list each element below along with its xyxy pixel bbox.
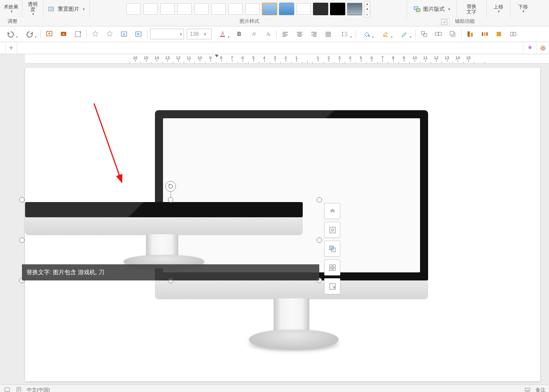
chevron-down-icon: ▾	[391, 35, 393, 39]
style-thumb[interactable]	[330, 3, 345, 15]
gear-icon[interactable]	[536, 42, 549, 54]
horizontal-ruler[interactable]: 1615141312111098765432112345678910111213…	[25, 54, 549, 64]
rotate-handle[interactable]	[165, 181, 176, 192]
from-beginning-button[interactable]	[58, 28, 69, 40]
bold-button[interactable]: B	[233, 28, 245, 40]
style-thumb[interactable]	[347, 3, 362, 15]
chevron-down-icon: ▾	[204, 32, 206, 36]
resize-handle-ne[interactable]	[317, 197, 322, 202]
selection-box[interactable]: 替换文字: 图片包含 游戏机, 刀	[21, 199, 320, 281]
magic-icon[interactable]	[523, 42, 536, 54]
font-color-button[interactable]: A▾	[214, 28, 231, 40]
style-thumb[interactable]	[177, 3, 192, 15]
svg-rect-3	[416, 9, 420, 12]
chevron-down-icon: ▾	[16, 35, 18, 39]
text-box-button[interactable]: A	[118, 28, 130, 40]
style-thumb[interactable]	[296, 3, 311, 15]
section-styles-text: 图片样式	[240, 18, 259, 24]
separator	[40, 30, 41, 39]
gallery-scroll-up[interactable]: ▴	[365, 1, 370, 6]
style-thumb[interactable]	[143, 3, 158, 15]
chevron-down-icon: ▾	[372, 35, 374, 39]
style-thumb[interactable]	[194, 3, 209, 15]
align-left-button[interactable]	[279, 28, 291, 40]
svg-text:A: A	[221, 31, 224, 36]
svg-point-16	[369, 35, 370, 37]
star-outline-button[interactable]	[90, 28, 101, 40]
undo-button[interactable]: ▾	[3, 28, 19, 40]
gallery-scroll-down[interactable]: ▾	[365, 6, 370, 12]
style-thumb[interactable]	[313, 3, 328, 15]
layout-grid-button[interactable]	[324, 259, 340, 276]
crop-expand-button[interactable]	[324, 278, 340, 294]
move-down-button[interactable]: 下移▾	[510, 0, 536, 18]
center-align-button[interactable]	[324, 222, 340, 238]
style-thumb[interactable]	[126, 3, 141, 15]
redo-button[interactable]: ▾	[21, 28, 38, 40]
floating-layout-toolbar	[324, 203, 340, 294]
separator	[147, 30, 147, 39]
reset-image-button[interactable]: 重置图片 ▾	[48, 5, 85, 13]
highlight-button[interactable]: ▾	[377, 28, 394, 40]
svg-rect-20	[435, 32, 438, 35]
align-objects-button[interactable]	[464, 28, 476, 40]
style-thumb-selected[interactable]	[262, 3, 277, 15]
shape-fill-button[interactable]: ▾	[359, 28, 375, 40]
style-thumb[interactable]	[228, 3, 243, 15]
chevron-down-icon: ▾	[498, 10, 500, 13]
image-layout-label: 图片版式	[423, 5, 445, 13]
gallery-expand[interactable]: ▿	[365, 12, 370, 17]
artistic-effects-button[interactable]: 术效果▾	[0, 0, 22, 18]
style-thumb[interactable]	[279, 3, 294, 15]
alt-text-button[interactable]: 替换 文字	[457, 0, 487, 18]
line-spacing-button[interactable]: ▾	[337, 28, 353, 40]
alt-text-overlay-label: 替换文字: 图片包含 游戏机, 刀	[26, 268, 104, 276]
align-justify-button[interactable]	[322, 28, 334, 40]
rotate-button[interactable]	[493, 28, 505, 40]
decrease-font-button[interactable]: A▾	[262, 28, 274, 40]
style-thumb[interactable]	[245, 3, 260, 15]
bring-forward-button[interactable]	[447, 28, 459, 40]
artistic-effects-label: 术效果	[4, 4, 18, 9]
group-button[interactable]	[418, 28, 430, 40]
svg-rect-24	[468, 31, 470, 37]
star-fill-button[interactable]	[104, 28, 116, 40]
distribute-button[interactable]	[479, 28, 490, 40]
style-thumb[interactable]	[160, 3, 175, 15]
svg-rect-35	[331, 229, 333, 231]
more-button[interactable]	[507, 28, 519, 40]
ungroup-button[interactable]	[433, 28, 444, 40]
separator	[276, 30, 277, 39]
style-thumb[interactable]	[211, 3, 226, 15]
resize-handle-w[interactable]	[19, 237, 25, 243]
resize-handle-n[interactable]	[168, 197, 173, 202]
language-indicator[interactable]: 中文(中国)	[27, 387, 50, 392]
section-button[interactable]	[72, 28, 84, 40]
slide-canvas[interactable]: 替换文字: 图片包含 游戏机, 刀	[25, 68, 540, 381]
align-right-button[interactable]	[308, 28, 320, 40]
font-size-select[interactable]: ▾	[187, 29, 212, 39]
font-size-input[interactable]	[189, 30, 203, 38]
resize-handle-e[interactable]	[317, 237, 322, 243]
notes-toggle-icon[interactable]	[524, 386, 531, 392]
svg-rect-43	[5, 388, 10, 392]
align-center-button[interactable]	[294, 28, 305, 40]
media-button[interactable]	[133, 28, 144, 40]
resize-handle-nw[interactable]	[19, 197, 25, 202]
send-back-button[interactable]	[324, 241, 340, 257]
add-tab-button[interactable]: +	[6, 42, 17, 54]
svg-rect-42	[330, 284, 335, 289]
status-icon[interactable]	[4, 386, 11, 392]
image-layout-button[interactable]: 图片版式 ▾	[407, 0, 457, 18]
svg-rect-23	[450, 31, 454, 35]
ribbon-overflow[interactable]	[536, 0, 549, 18]
increase-font-button[interactable]: A▴	[248, 28, 259, 40]
pen-button[interactable]: ▾	[396, 28, 412, 40]
collapse-up-button[interactable]	[324, 203, 340, 219]
move-up-button[interactable]: 上移▾	[487, 0, 510, 18]
transparency-button[interactable]: 透明度▾	[22, 0, 43, 18]
dialog-launcher-icon[interactable]: ⤢	[441, 19, 447, 25]
notes-icon[interactable]	[15, 386, 22, 392]
new-slide-button[interactable]	[43, 28, 55, 40]
font-family-select[interactable]: ▾	[150, 29, 184, 39]
